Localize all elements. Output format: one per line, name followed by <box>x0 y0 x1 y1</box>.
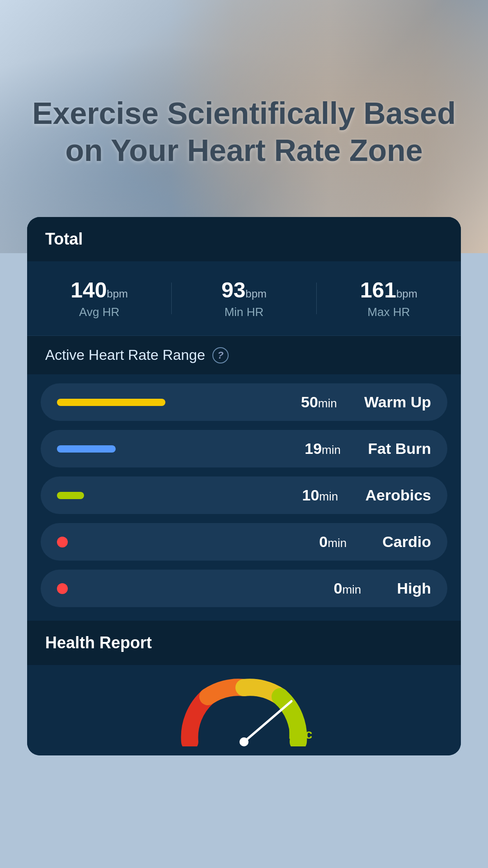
warmup-time: 50min <box>301 393 355 411</box>
min-hr-value: 93bpm <box>172 278 316 302</box>
cardio-dot <box>57 537 68 547</box>
min-hr-label: Min HR <box>172 305 316 319</box>
min-hr-stat: 93bpm Min HR <box>172 278 316 319</box>
active-hr-range-section: Active Heart Rate Range ? <box>27 336 461 374</box>
zones-container: 50min Warm Up 19min Fat Burn 10min Aerob… <box>27 374 461 616</box>
svg-point-1 <box>239 737 249 746</box>
cardio-time: 0min <box>319 533 373 551</box>
high-dot-container <box>57 585 324 592</box>
high-dot <box>57 583 68 594</box>
zone-row-warmup[interactable]: 50min Warm Up <box>41 383 447 421</box>
aerobics-bar <box>57 492 84 499</box>
excellent-label: Excellent <box>288 726 312 742</box>
high-time: 0min <box>333 580 388 597</box>
avg-hr-value: 140bpm <box>27 278 171 302</box>
fatburn-bar <box>57 445 116 453</box>
max-hr-value: 161bpm <box>317 278 461 302</box>
zone-row-high[interactable]: 0min High <box>41 570 447 607</box>
gauge-chart: Excellent <box>176 674 312 746</box>
zone-row-fatburn[interactable]: 19min Fat Burn <box>41 430 447 467</box>
svg-line-0 <box>244 701 291 742</box>
fatburn-time: 19min <box>305 440 359 458</box>
aerobics-time: 10min <box>302 486 357 504</box>
fatburn-bar-container <box>57 445 296 453</box>
cardio-name: Cardio <box>382 533 431 551</box>
info-icon[interactable]: ? <box>212 347 229 363</box>
health-chart-area: Excellent <box>27 665 461 755</box>
max-hr-label: Max HR <box>317 305 461 319</box>
max-hr-stat: 161bpm Max HR <box>317 278 461 319</box>
avg-hr-label: Avg HR <box>27 305 171 319</box>
aerobics-name: Aerobics <box>366 486 432 504</box>
warmup-bar-container <box>57 399 292 406</box>
avg-hr-stat: 140bpm Avg HR <box>27 278 171 319</box>
active-hr-range-label: Active Heart Rate Range <box>45 347 205 363</box>
fatburn-name: Fat Burn <box>368 440 431 458</box>
main-card: Total 140bpm Avg HR 93bpm Min HR 161bpm … <box>27 217 461 755</box>
cardio-dot-container <box>57 538 310 546</box>
hero-title: Exercise Scientifically Based on Your He… <box>0 95 488 169</box>
zone-row-cardio[interactable]: 0min Cardio <box>41 523 447 561</box>
warmup-name: Warm Up <box>364 393 431 411</box>
high-name: High <box>397 580 431 597</box>
zone-row-aerobics[interactable]: 10min Aerobics <box>41 476 447 514</box>
warmup-bar <box>57 399 165 406</box>
total-header: Total <box>27 217 461 261</box>
health-report-header: Health Report <box>27 621 461 665</box>
aerobics-bar-container <box>57 492 293 499</box>
stats-row: 140bpm Avg HR 93bpm Min HR 161bpm Max HR <box>27 261 461 336</box>
